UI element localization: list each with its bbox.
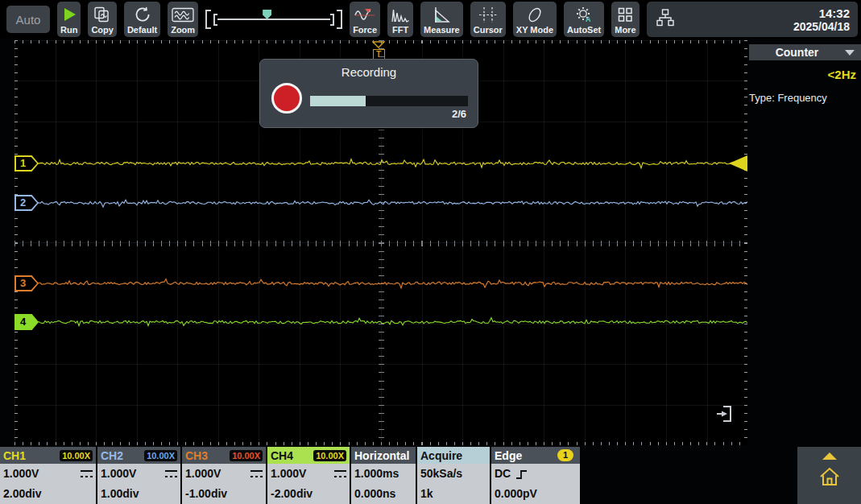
top-toolbar: Auto Run Copy Default xyxy=(0,0,861,39)
trigger-status[interactable]: Edge 1 DC 0.000pV xyxy=(491,447,580,504)
ch4-status[interactable]: CH4 10.00X 1.000V -2.00div xyxy=(267,447,350,504)
default-button[interactable]: Default xyxy=(124,2,160,37)
counter-panel: Counter <2Hz Type: Frequency xyxy=(749,44,861,104)
cursor-button[interactable]: Cursor xyxy=(470,2,506,37)
vertical-offset: 1.00div xyxy=(101,484,139,504)
copy-button[interactable]: Copy xyxy=(88,2,117,37)
ch3-status[interactable]: CH3 10.00X 1.000V -1.00div xyxy=(182,447,266,504)
memory-depth: 1k xyxy=(420,484,433,504)
recording-title: Recording xyxy=(260,65,478,79)
ch1-status[interactable]: CH1 10.00X 1.000V 2.00div xyxy=(0,447,96,504)
timebase: 1.000ms xyxy=(354,464,399,484)
marker-number: 4 xyxy=(14,316,31,328)
dc-coupling-icon xyxy=(334,470,346,477)
copy-icon xyxy=(93,4,111,25)
trigger-level-value: 0.000pV xyxy=(495,484,537,504)
vertical-offset: -1.00div xyxy=(185,484,227,504)
ch2-status[interactable]: CH2 10.00X 1.000V 1.00div xyxy=(97,447,180,504)
acquire-header: Acquire xyxy=(417,447,490,464)
ch4-header: CH4 10.00X xyxy=(267,447,350,464)
horizontal-values: 1.000ms 0.000ns xyxy=(351,464,416,504)
fft-spectrum-icon xyxy=(391,4,410,25)
ch2-values: 1.000V 1.00div xyxy=(97,464,180,504)
play-icon xyxy=(61,4,77,25)
horizontal-label: Horizontal xyxy=(354,449,409,462)
ch3-header: CH3 10.00X xyxy=(182,447,266,464)
bracket-outer-right xyxy=(337,10,342,29)
dc-coupling-icon xyxy=(250,470,263,477)
bracket-outer-left xyxy=(205,10,211,29)
marker-number: 2 xyxy=(14,196,31,209)
zoom-button[interactable]: Zoom xyxy=(168,2,198,37)
acquire-status[interactable]: Acquire 50kSa/s 1k xyxy=(417,447,490,504)
ch2-position-marker[interactable]: 2 xyxy=(14,195,39,211)
volts-per-div: 1.000V xyxy=(185,464,221,484)
sample-rate: 50kSa/s xyxy=(420,464,462,484)
marker-number: 1 xyxy=(14,157,31,170)
force-button[interactable]: Force xyxy=(350,2,380,37)
counter-dropdown[interactable]: Counter xyxy=(749,44,861,60)
slider-thumb[interactable] xyxy=(263,10,271,19)
waveform-zoom-icon xyxy=(172,4,194,25)
run-button[interactable]: Run xyxy=(57,2,81,37)
fft-button[interactable]: FFT xyxy=(387,2,413,37)
ch1-values: 1.000V 2.00div xyxy=(0,464,96,504)
channel-name: CH3 xyxy=(185,449,208,462)
probe-attenuation: 10.00X xyxy=(60,450,93,461)
horizontal-status[interactable]: Horizontal 1.000ms 0.000ns xyxy=(351,447,416,504)
channel-name: CH1 xyxy=(3,449,26,462)
acquire-label: Acquire xyxy=(420,449,462,462)
reset-icon xyxy=(134,4,151,25)
probe-attenuation: 10.00X xyxy=(313,450,346,461)
record-stop-button[interactable] xyxy=(271,83,302,114)
ch4-values: 1.000V -2.00div xyxy=(267,464,350,504)
gear-icon: A xyxy=(575,4,593,25)
measure-icon xyxy=(433,4,450,25)
ch4-position-marker[interactable]: 4 xyxy=(14,314,39,330)
home-button[interactable] xyxy=(818,466,841,487)
horizontal-position-slider[interactable] xyxy=(205,2,342,37)
recording-progress-bar xyxy=(310,96,468,106)
channel-name: CH4 xyxy=(271,449,293,462)
network-icon[interactable] xyxy=(655,8,676,31)
recording-counter: 2/6 xyxy=(452,108,466,120)
autoset-button[interactable]: A AutoSet xyxy=(564,2,604,37)
edge-header: Edge 1 xyxy=(491,447,580,464)
trigger-source-badge: 1 xyxy=(557,449,573,461)
xy-mode-button[interactable]: XY Mode xyxy=(513,2,557,37)
ch2-header: CH2 10.00X xyxy=(97,447,180,464)
channel-name: CH2 xyxy=(101,449,123,462)
horizontal-header: Horizontal xyxy=(351,447,416,464)
more-button[interactable]: More xyxy=(611,2,639,37)
dc-coupling-icon xyxy=(165,470,177,477)
volts-per-div: 1.000V xyxy=(3,464,39,484)
collapse-panel-icon[interactable] xyxy=(715,403,736,428)
ch1-position-marker[interactable]: 1 xyxy=(14,155,39,171)
collapse-up-icon[interactable] xyxy=(822,452,837,460)
force-trigger-icon xyxy=(354,4,376,25)
ch3-position-marker[interactable]: 3 xyxy=(14,275,39,291)
acquire-values: 50kSa/s 1k xyxy=(417,464,490,504)
time: 14:32 xyxy=(793,6,850,20)
edge-label: Edge xyxy=(495,449,522,462)
xy-ellipse-icon xyxy=(526,4,544,25)
clock: 14:32 2025/04/18 xyxy=(793,6,850,33)
counter-title: Counter xyxy=(749,46,845,59)
chevron-down-icon xyxy=(845,50,855,56)
auto-button[interactable]: Auto xyxy=(6,6,50,33)
volts-per-div: 1.000V xyxy=(101,464,136,484)
ch3-values: 1.000V -1.00div xyxy=(182,464,266,504)
cursor-icon xyxy=(478,4,498,25)
trigger-triangle-icon xyxy=(372,41,385,48)
measure-button[interactable]: Measure xyxy=(420,2,463,37)
counter-value: <2Hz xyxy=(749,68,861,81)
horizontal-delay: 0.000ns xyxy=(354,484,395,504)
marker-number: 3 xyxy=(14,277,31,290)
vertical-offset: -2.00div xyxy=(271,484,313,504)
dc-coupling-icon xyxy=(81,470,93,477)
date: 2025/04/18 xyxy=(793,20,850,33)
svg-text:A: A xyxy=(586,15,591,23)
system-status-block: 14:32 2025/04/18 xyxy=(647,2,858,37)
probe-attenuation: 10.00X xyxy=(230,450,263,461)
trigger-coupling: DC xyxy=(495,464,511,484)
